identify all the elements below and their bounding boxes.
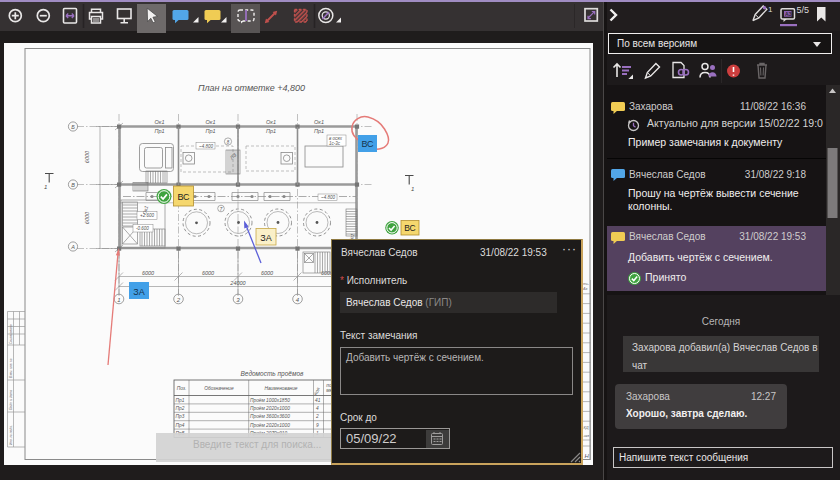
svg-text:41: 41 — [315, 398, 321, 403]
svg-text:В: В — [71, 182, 75, 188]
svg-text:КД: КД — [584, 425, 589, 430]
svg-text:~4.800: ~4.800 — [321, 195, 335, 200]
svg-text:Пр1: Пр1 — [205, 128, 215, 134]
svg-text:Инв. № подл.: Инв. № подл. — [9, 425, 13, 445]
svg-text:ЗА: ЗА — [260, 233, 271, 243]
svg-text:Б: Б — [71, 124, 75, 130]
svg-text:Взам. инв. №: Взам. инв. № — [9, 358, 13, 378]
svg-text:Пр3: Пр3 — [176, 414, 185, 419]
svg-text:2: 2 — [315, 414, 319, 419]
svg-text:Ведомость проёмов: Ведомость проёмов — [241, 370, 305, 378]
svg-text:3: 3 — [236, 297, 240, 303]
svg-text:2: 2 — [176, 297, 181, 303]
svg-text:ВС: ВС — [361, 139, 374, 149]
svg-text:Пр1: Пр1 — [154, 128, 164, 134]
svg-text:Пр4: Пр4 — [176, 423, 185, 428]
svg-text:Проём 1000х1850: Проём 1000х1850 — [250, 398, 290, 403]
svg-text:Ок1: Ок1 — [155, 119, 165, 125]
svg-text:4: 4 — [316, 406, 319, 411]
svg-text:6000: 6000 — [142, 270, 155, 276]
svg-text:6000: 6000 — [202, 270, 215, 276]
svg-text:Проём 3600х3600: Проём 3600х3600 — [250, 414, 290, 419]
svg-text:6000: 6000 — [84, 211, 90, 224]
svg-text:1: 1 — [117, 297, 120, 303]
svg-text:9: 9 — [316, 423, 319, 428]
svg-text:4: 4 — [296, 297, 300, 303]
svg-text:План на отметке +4,800: План на отметке +4,800 — [198, 83, 305, 93]
svg-text:6000: 6000 — [84, 150, 90, 163]
svg-text:1: 1 — [411, 186, 414, 192]
svg-text:~4.800: ~4.800 — [199, 144, 213, 149]
svg-text:24000: 24000 — [229, 280, 246, 286]
svg-text:Ок1: Ок1 — [206, 119, 216, 125]
svg-text:ЗА: ЗА — [133, 287, 144, 297]
svg-text:1с-3с: 1с-3с — [329, 141, 341, 146]
svg-text:Пр1: Пр1 — [176, 398, 185, 403]
svg-text:ВС: ВС — [404, 223, 416, 233]
svg-text:6000: 6000 — [261, 270, 274, 276]
svg-text:5/5: 5/5 — [797, 5, 810, 15]
svg-text:А: А — [70, 244, 75, 250]
svg-text:Проём 2020х1000: Проём 2020х1000 — [250, 406, 290, 411]
svg-text:1: 1 — [44, 184, 47, 190]
svg-text:Ок1: Ок1 — [314, 119, 324, 125]
svg-text:Н: Н — [585, 453, 590, 459]
svg-text:ВС: ВС — [177, 192, 190, 202]
svg-text:экз: экз — [584, 433, 590, 438]
svg-text:Обозначение: Обозначение — [204, 386, 234, 391]
svg-text:Пр1: Пр1 — [266, 128, 276, 134]
svg-text:АЗ: АЗ — [785, 11, 792, 17]
svg-text:4в: 4в — [583, 286, 587, 291]
svg-text:Проём 2020х1000: Проём 2020х1000 — [250, 423, 290, 428]
svg-text:8: 8 — [227, 140, 230, 145]
svg-text:-0.600: -0.600 — [136, 226, 149, 231]
svg-text:Ок1: Ок1 — [266, 119, 276, 125]
svg-text:Пр1: Пр1 — [314, 128, 324, 134]
svg-text:Пр2: Пр2 — [176, 406, 185, 411]
svg-text:Кол: Кол — [313, 387, 321, 397]
svg-text:Наименование: Наименование — [264, 386, 297, 391]
svg-text:Согласовано: Согласовано — [9, 324, 13, 344]
svg-text:1: 1 — [768, 5, 773, 14]
svg-text:Поз.: Поз. — [177, 386, 187, 391]
svg-text:Подп. и дата: Подп. и дата — [9, 390, 13, 410]
svg-text:7: 7 — [220, 207, 223, 212]
